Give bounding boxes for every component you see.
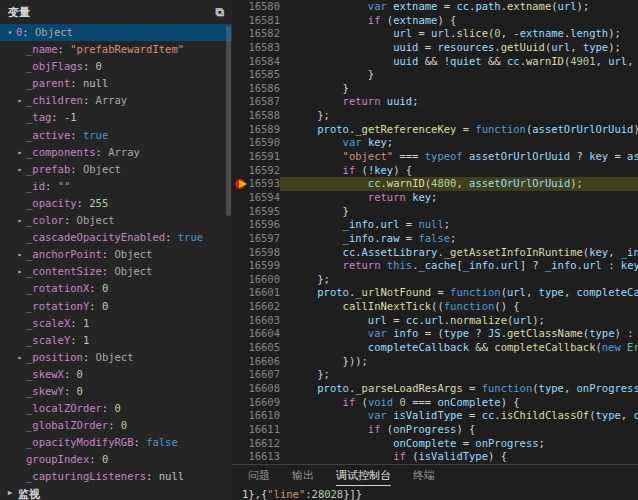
code-line[interactable]: 16592 if (!key) { [232, 164, 638, 178]
panel-tab-terminal[interactable]: 终端 [413, 465, 435, 486]
code-line[interactable]: 16580 var extname = cc.path.extname(url)… [232, 0, 638, 14]
line-number[interactable]: 16607 [232, 368, 280, 382]
line-number[interactable]: 16602 [232, 300, 280, 314]
line-number[interactable]: 16585 [232, 68, 280, 82]
code-line[interactable]: 16608 proto._parseLoadResArgs = function… [232, 382, 638, 396]
code-line[interactable]: 16607 }; [232, 368, 638, 382]
variable-row[interactable]: _tag: -1 [0, 109, 232, 126]
line-number[interactable]: 16608 [232, 382, 280, 396]
code-line[interactable]: 16603 url = cc.url.normalize(url); [232, 314, 638, 328]
chevron-right-icon[interactable]: ▸ [14, 92, 26, 109]
code-line[interactable]: 16588 }; [232, 109, 638, 123]
variable-row[interactable]: ▸_position: Object [0, 349, 232, 366]
code-line[interactable]: 16584 uuid && !quiet && cc.warnID(4901, … [232, 55, 638, 69]
variable-row[interactable]: _scaleX: 1 [0, 315, 232, 332]
line-number[interactable]: 16595 [232, 205, 280, 219]
variable-row[interactable]: _globalZOrder: 0 [0, 417, 232, 434]
line-number[interactable]: 16589 [232, 123, 280, 137]
variable-row[interactable]: _id: "" [0, 178, 232, 195]
code-line[interactable]: 16593 cc.warnID(4800, assetOrUrlOrUuid); [232, 177, 638, 191]
variable-row[interactable]: ▸_components: Array [0, 144, 232, 161]
line-number[interactable]: 16611 [232, 423, 280, 437]
line-number[interactable]: 16613 [232, 450, 280, 464]
code-line[interactable]: 16600 }; [232, 273, 638, 287]
code-line[interactable]: 16587 return uuid; [232, 95, 638, 109]
variable-row[interactable]: _rotationY: 0 [0, 298, 232, 315]
variable-row[interactable]: _objFlags: 0 [0, 58, 232, 75]
debug-current-line-marker[interactable] [235, 178, 249, 190]
code-line[interactable]: 16581 if (extname) { [232, 14, 638, 28]
panel-tab-output[interactable]: 输出 [292, 465, 314, 486]
code-editor[interactable]: 16580 var extname = cc.path.extname(url)… [232, 0, 638, 464]
variable-row[interactable]: _name: "prefabRewardItem" [0, 41, 232, 58]
line-number[interactable]: 16591 [232, 150, 280, 164]
variable-row[interactable]: _scaleY: 1 [0, 332, 232, 349]
line-number[interactable]: 16583 [232, 41, 280, 55]
variable-row[interactable]: ▸_contentSize: Object [0, 263, 232, 280]
code-line[interactable]: 16582 url = url.slice(0, -extname.length… [232, 27, 638, 41]
line-number[interactable]: 16588 [232, 109, 280, 123]
code-line[interactable]: 16609 if (void 0 === onComplete) { [232, 396, 638, 410]
code-line[interactable]: 16597 _info.raw = false; [232, 232, 638, 246]
line-number[interactable]: 16582 [232, 27, 280, 41]
code-line[interactable]: 16590 var key; [232, 136, 638, 150]
code-line[interactable]: 16589 proto._getReferenceKey = function(… [232, 123, 638, 137]
variable-row[interactable]: _skewX: 0 [0, 366, 232, 383]
code-line[interactable]: 16586 } [232, 82, 638, 96]
chevron-right-icon[interactable]: ▸ [14, 263, 26, 280]
code-line[interactable]: 16611 if (onProgress) { [232, 423, 638, 437]
code-line[interactable]: 16602 callInNextTick((function() { [232, 300, 638, 314]
code-line[interactable]: 16612 onComplete = onProgress; [232, 437, 638, 451]
variable-row[interactable]: ▾0: Object [0, 24, 232, 41]
variable-row[interactable]: _active: true [0, 127, 232, 144]
line-number[interactable]: 16590 [232, 136, 280, 150]
line-number[interactable]: 16606 [232, 355, 280, 369]
line-number[interactable]: 16580 [232, 0, 280, 14]
chevron-right-icon[interactable]: ▸ [14, 212, 26, 229]
chevron-right-icon[interactable]: ▸ [14, 246, 26, 263]
line-number[interactable]: 16596 [232, 218, 280, 232]
line-number[interactable]: 16584 [232, 55, 280, 69]
code-line[interactable]: 16591 "object" === typeof assetOrUrlOrUu… [232, 150, 638, 164]
code-line[interactable]: 16606 })); [232, 355, 638, 369]
code-line[interactable]: 16599 return this._cache[_info.url] ? _i… [232, 259, 638, 273]
line-number[interactable]: 16592 [232, 164, 280, 178]
code-line[interactable]: 16604 var info = (type ? JS.getClassName… [232, 327, 638, 341]
line-number[interactable]: 16605 [232, 341, 280, 355]
variables-pane-header[interactable]: 变量 ⧉ [0, 0, 232, 24]
line-number[interactable]: 16610 [232, 409, 280, 423]
variable-row[interactable]: ▸_children: Array [0, 92, 232, 109]
chevron-down-icon[interactable]: ▾ [4, 24, 16, 41]
console-output[interactable]: 1},{"line":28028}]} [232, 488, 638, 500]
line-number[interactable]: 16587 [232, 95, 280, 109]
line-number[interactable]: 16581 [232, 14, 280, 28]
variable-row[interactable]: _rotationX: 0 [0, 280, 232, 297]
code-line[interactable]: 16610 var isValidType = cc.isChildClassO… [232, 409, 638, 423]
variable-row[interactable]: _localZOrder: 0 [0, 400, 232, 417]
line-number[interactable]: 16599 [232, 259, 280, 273]
line-number[interactable]: 16603 [232, 314, 280, 328]
code-line[interactable]: 16598 cc.AssetLibrary._getAssetInfoInRun… [232, 246, 638, 260]
line-number[interactable]: 16612 [232, 437, 280, 451]
code-line[interactable]: 16583 uuid = resources.getUuid(url, type… [232, 41, 638, 55]
sidebar-scrollbar[interactable] [226, 26, 231, 216]
code-line[interactable]: 16596 _info.url = null; [232, 218, 638, 232]
collapse-all-icon[interactable]: ⧉ [215, 6, 224, 18]
line-number[interactable]: 16601 [232, 286, 280, 300]
line-number[interactable]: 16597 [232, 232, 280, 246]
variable-row[interactable]: _capturingListeners: null [0, 468, 232, 485]
panel-tab-problems[interactable]: 问题 [248, 465, 270, 486]
code-line[interactable]: 16595 } [232, 205, 638, 219]
line-number[interactable]: 16586 [232, 82, 280, 96]
chevron-right-icon[interactable]: ▸ [14, 349, 26, 366]
code-line[interactable]: 16585 } [232, 68, 638, 82]
variable-row[interactable]: _opacity: 255 [0, 195, 232, 212]
line-number[interactable]: 16609 [232, 396, 280, 410]
panel-tab-debug-console[interactable]: 调试控制台 [336, 465, 391, 486]
variable-row[interactable]: _parent: null [0, 75, 232, 92]
watch-pane-header[interactable]: ▸ 监视 [0, 486, 232, 500]
variable-row[interactable]: groupIndex: 0 [0, 451, 232, 468]
variable-row[interactable]: ▸_prefab: Object [0, 161, 232, 178]
code-line[interactable]: 16601 proto._urlNotFound = function(url,… [232, 286, 638, 300]
code-line[interactable]: 16594 return key; [232, 191, 638, 205]
